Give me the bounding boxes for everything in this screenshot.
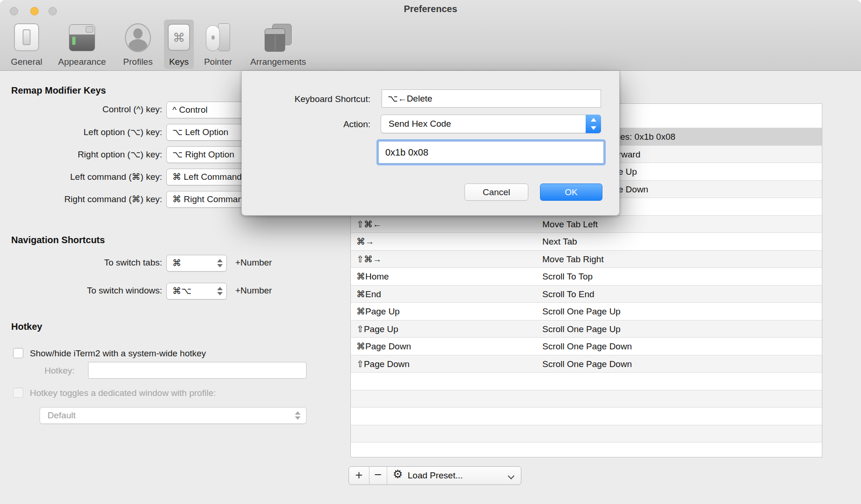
action-cell: Move Tab Left	[542, 216, 598, 233]
toolbar-label: Appearance	[53, 57, 111, 67]
action-cell: Scroll To Top	[542, 268, 593, 285]
key-combination-cell: ⇧Page Down	[356, 355, 410, 373]
window-title: Preferences	[0, 4, 861, 14]
key-combination-cell: ⇧⌘→	[356, 251, 382, 268]
table-row[interactable]	[351, 407, 822, 425]
action-cell-clipped: les: 0x1b 0x08	[618, 128, 676, 145]
preferences-window: Preferences General Appearance Profiles …	[0, 0, 861, 504]
table-row[interactable]: ⌘HomeScroll To Top	[351, 267, 822, 285]
table-row[interactable]: ⌘Page UpScroll One Page Up	[351, 302, 822, 320]
table-row[interactable]: ⇧⌘←Move Tab Left	[351, 215, 822, 233]
stepper-icon	[295, 411, 301, 420]
left-command-key-label: Left command (⌘) key:	[0, 171, 162, 182]
table-row[interactable]: ⇧Page DownScroll One Page Down	[351, 355, 822, 373]
key-combination-cell: ⌘→	[356, 233, 374, 250]
table-row[interactable]: ⇧Page UpScroll One Page Up	[351, 320, 822, 338]
key-combination-cell: ⌘Page Up	[356, 303, 400, 320]
action-cell: Scroll One Page Up	[542, 320, 621, 338]
key-combination-cell: ⇧Page Up	[356, 320, 398, 338]
table-row[interactable]	[351, 425, 822, 443]
switch-windows-suffix: +Number	[235, 286, 272, 296]
toolbar-item-keys[interactable]: ⌘ Keys	[164, 20, 194, 69]
action-label: Action:	[242, 119, 370, 129]
table-row[interactable]	[351, 372, 822, 390]
profile-value: Default	[48, 410, 75, 420]
action-cell: Next Tab	[542, 233, 577, 250]
table-row[interactable]: ⌘Page DownScroll One Page Down	[351, 337, 822, 355]
navigation-heading: Navigation Shortcuts	[11, 235, 105, 245]
toolbar-item-appearance[interactable]: Appearance	[53, 20, 111, 69]
switch-windows-label: To switch windows:	[0, 286, 162, 296]
hotkey-input[interactable]	[88, 362, 307, 379]
appearance-icon	[53, 22, 111, 53]
hotkey-field-label: Hotkey:	[0, 366, 75, 376]
ok-button[interactable]: OK	[540, 184, 602, 201]
control-key-label: Control (^) key:	[0, 104, 162, 115]
toolbar-item-pointer[interactable]: Pointer	[199, 20, 237, 69]
hex-code-input[interactable]: 0x1b 0x08	[378, 141, 604, 163]
stepper-icon	[217, 286, 223, 296]
key-combination-cell: ⌘Page Down	[356, 338, 411, 355]
key-combination-cell: ⇧⌘←	[356, 216, 382, 233]
profile-dropdown[interactable]: Default	[40, 407, 307, 424]
hotkey-toggle-label: Hotkey toggles a dedicated window with p…	[30, 388, 216, 398]
remap-heading: Remap Modifier Keys	[11, 85, 106, 96]
action-cell: Scroll One Page Up	[542, 303, 621, 320]
profiles-icon	[119, 22, 157, 53]
arrangements-icon	[244, 22, 313, 53]
table-row[interactable]: ⇧⌘→Move Tab Right	[351, 250, 822, 268]
toolbar-label: Pointer	[199, 57, 237, 67]
action-cell: Scroll One Page Down	[542, 355, 632, 373]
cancel-button[interactable]: Cancel	[465, 184, 528, 201]
toolbar-item-general[interactable]: General	[8, 20, 45, 69]
keys-icon: ⌘	[164, 22, 194, 53]
load-preset-label: Load Preset...	[408, 467, 463, 484]
switch-windows-value: ⌘⌥	[172, 286, 191, 296]
action-cell: Move Tab Right	[542, 251, 604, 268]
action-cell-clipped: e Down	[618, 181, 648, 198]
toolbar-label: Profiles	[119, 57, 157, 67]
action-cell: Scroll To End	[542, 286, 594, 303]
stepper-icon	[217, 259, 223, 268]
toolbar-label: General	[8, 57, 45, 67]
action-value: Send Hex Code	[389, 119, 451, 129]
gear-icon: ⚙	[393, 468, 403, 481]
keyboard-shortcut-label: Keyboard Shortcut:	[242, 94, 370, 104]
edit-key-sheet: Keyboard Shortcut: ⌥←Delete Action: Send…	[241, 71, 620, 216]
toolbar-item-arrangements[interactable]: Arrangements	[244, 20, 313, 69]
switch-tabs-dropdown[interactable]: ⌘	[166, 255, 227, 272]
action-cell-clipped: e Up	[618, 163, 637, 180]
switch-windows-dropdown[interactable]: ⌘⌥	[166, 283, 227, 300]
hotkey-heading: Hotkey	[11, 321, 42, 332]
right-command-key-label: Right command (⌘) key:	[0, 194, 162, 204]
table-edit-controls: + − ⚙ Load Preset...	[348, 466, 521, 485]
stepper-icon	[586, 115, 601, 133]
chevron-down-icon	[509, 473, 514, 478]
table-row[interactable]	[351, 442, 822, 457]
table-row[interactable]: ⌘EndScroll To End	[351, 285, 822, 303]
action-dropdown[interactable]: Send Hex Code	[381, 115, 601, 133]
add-binding-button[interactable]: +	[349, 467, 369, 484]
pointer-icon	[199, 22, 237, 53]
action-cell-clipped: rward	[618, 146, 641, 163]
table-row[interactable]	[351, 390, 822, 408]
hotkey-toggle-checkbox[interactable]	[13, 388, 23, 398]
switch-tabs-label: To switch tabs:	[0, 258, 162, 268]
show-hide-hotkey-checkbox[interactable]	[13, 348, 23, 358]
action-cell: Scroll One Page Down	[542, 338, 632, 355]
right-option-key-label: Right option (⌥) key:	[0, 149, 162, 160]
toolbar-item-profiles[interactable]: Profiles	[119, 20, 157, 69]
window-header: Preferences General Appearance Profiles …	[0, 0, 861, 71]
general-icon	[8, 22, 45, 53]
key-combination-cell: ⌘End	[356, 286, 381, 303]
toolbar-label: Arrangements	[244, 57, 313, 67]
switch-tabs-suffix: +Number	[235, 258, 272, 268]
keyboard-shortcut-input[interactable]: ⌥←Delete	[382, 89, 601, 108]
switch-tabs-value: ⌘	[172, 258, 181, 268]
remove-binding-button[interactable]: −	[369, 467, 387, 484]
key-combination-cell: ⌘Home	[356, 268, 389, 285]
toolbar-label: Keys	[164, 57, 194, 67]
load-preset-button[interactable]: ⚙ Load Preset...	[387, 467, 521, 484]
table-row[interactable]: ⌘→Next Tab	[351, 232, 822, 250]
show-hide-hotkey-label: Show/hide iTerm2 with a system-wide hotk…	[30, 348, 206, 359]
